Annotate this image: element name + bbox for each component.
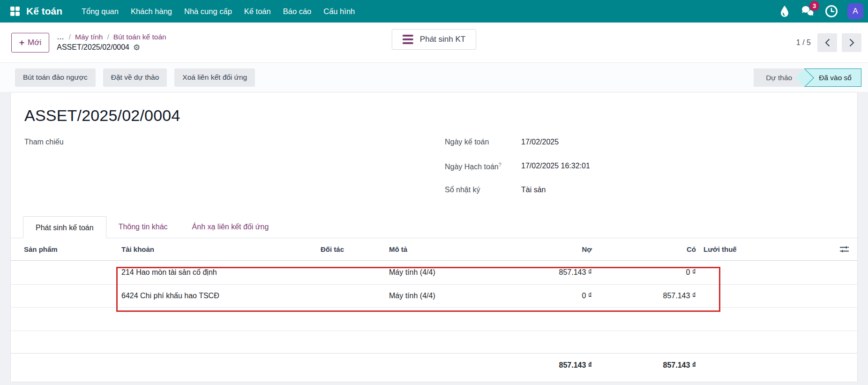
field-value-ngay-hach-toan[interactable]: 17/02/2025 16:32:01	[521, 162, 590, 170]
avatar[interactable]: A	[847, 3, 863, 19]
control-panel: + Mới … / Máy tính / Bút toán kế toán AS…	[0, 23, 868, 63]
cell-account[interactable]: 6424 Chi phí khấu hao TSCĐ	[118, 292, 317, 300]
cell-debit[interactable]: 857.143 ₫	[498, 268, 596, 277]
field-label-tham-chieu: Tham chiếu	[24, 138, 101, 146]
nav-item-cau-hinh[interactable]: Cấu hình	[317, 0, 361, 23]
field-group: Tham chiếu Ngày kế toán 17/02/2025 Ngày …	[24, 138, 844, 210]
col-header-tai-khoan[interactable]: Tài khoản	[118, 245, 317, 253]
new-button-label: Mới	[28, 38, 41, 47]
record-title: ASSET/2025/02/0004	[24, 106, 857, 125]
breadcrumb-ellipsis[interactable]: …	[57, 33, 65, 41]
chat-icon[interactable]: 3	[799, 2, 817, 21]
tab-anh-xa-lien-ket-doi-ung[interactable]: Ánh xạ liên kết đối ứng	[180, 216, 281, 238]
optional-columns-button[interactable]	[756, 245, 857, 253]
cell-debit[interactable]: 0 ₫	[498, 292, 596, 300]
message-count-badge: 3	[809, 1, 819, 11]
table-spacer	[11, 331, 857, 353]
breadcrumb-link-may-tinh[interactable]: Máy tính	[75, 33, 103, 41]
total-credit: 857.143 ₫	[596, 361, 700, 370]
col-header-luoi-thue[interactable]: Lưới thuế	[700, 245, 756, 253]
droplet-icon[interactable]	[775, 2, 794, 21]
field-label-ngay-hach-toan: Ngày Hạch toán?	[445, 162, 521, 171]
hamburger-icon	[403, 35, 413, 44]
col-header-no[interactable]: Nợ	[498, 245, 596, 253]
total-debit: 857.143 ₫	[498, 361, 596, 370]
nav-item-ke-toan[interactable]: Kế toán	[238, 0, 277, 23]
col-header-mo-ta[interactable]: Mô tả	[385, 245, 498, 253]
table-totals-row: 857.143 ₫ 857.143 ₫	[11, 353, 857, 377]
sliders-icon	[840, 245, 849, 253]
form-page: ASSET/2025/02/0004 Tham chiếu Ngày kế to…	[0, 92, 868, 385]
gear-icon[interactable]: ⚙	[133, 43, 140, 53]
cell-credit[interactable]: 857.143 ₫	[596, 292, 700, 300]
chevron-right-icon	[849, 38, 854, 47]
journal-items-button[interactable]: Phát sinh KT	[392, 29, 476, 50]
cell-description[interactable]: Máy tính (4/4)	[385, 292, 498, 300]
apps-grid-icon[interactable]	[10, 7, 20, 16]
pager-previous-button[interactable]	[817, 33, 837, 52]
top-navbar: Kế toán Tổng quan Khách hàng Nhà cung cấ…	[0, 0, 868, 23]
notebook-tabs: Phát sinh kế toán Thông tin khác Ánh xạ …	[11, 216, 857, 238]
journal-items-button-label: Phát sinh KT	[420, 35, 465, 44]
table-row[interactable]: 6424 Chi phí khấu hao TSCĐ Máy tính (4/4…	[11, 285, 857, 308]
reset-to-draft-button[interactable]: Đặt về dự thảo	[103, 68, 167, 87]
form-sheet: ASSET/2025/02/0004 Tham chiếu Ngày kế to…	[10, 92, 858, 382]
breadcrumb-separator: /	[69, 33, 71, 41]
breadcrumb-current: ASSET/2025/02/0004	[57, 43, 129, 52]
nav-item-tong-quan[interactable]: Tổng quan	[75, 0, 125, 23]
cell-credit[interactable]: 0 ₫	[596, 268, 700, 277]
breadcrumb-link-but-toan[interactable]: Bút toán kế toán	[113, 33, 166, 41]
field-value-ngay-ke-toan[interactable]: 17/02/2025	[521, 138, 559, 146]
breadcrumb: … / Máy tính / Bút toán kế toán ASSET/20…	[57, 33, 166, 53]
form-statusbar: Bút toán đảo ngược Đặt về dự thảo Xoá li…	[0, 63, 868, 92]
status-step-posted[interactable]: Đã vào sổ	[804, 68, 861, 87]
pager-counter: 1 / 5	[796, 38, 811, 47]
pager-next-button[interactable]	[842, 33, 861, 52]
tab-thong-tin-khac[interactable]: Thông tin khác	[106, 216, 180, 238]
tab-phat-sinh-ke-toan[interactable]: Phát sinh kế toán	[23, 216, 106, 238]
nav-item-bao-cao[interactable]: Báo cáo	[277, 0, 318, 23]
nav-item-nha-cung-cap[interactable]: Nhà cung cấp	[178, 0, 238, 23]
pager: 1 / 5	[796, 33, 861, 52]
field-label-so-nhat-ky: Sổ nhật ký	[445, 186, 521, 194]
nav-item-khach-hang[interactable]: Khách hàng	[125, 0, 178, 23]
remove-counterpart-link-button[interactable]: Xoá liên kết đối ứng	[174, 68, 255, 87]
breadcrumb-separator: /	[107, 33, 109, 41]
navbar-systray: 3 A	[775, 2, 863, 21]
reverse-entry-button[interactable]: Bút toán đảo ngược	[15, 68, 96, 87]
cell-account[interactable]: 214 Hao mòn tài sản cố định	[118, 268, 317, 277]
chevron-left-icon	[825, 38, 830, 47]
col-header-co[interactable]: Có	[596, 245, 700, 253]
table-row[interactable]: 214 Hao mòn tài sản cố định Máy tính (4/…	[11, 261, 857, 285]
app-name[interactable]: Kế toán	[26, 6, 62, 17]
cell-description[interactable]: Máy tính (4/4)	[385, 268, 498, 277]
help-tooltip-icon[interactable]: ?	[499, 162, 501, 167]
plus-icon: +	[19, 38, 24, 47]
clock-icon[interactable]	[822, 2, 841, 21]
new-button[interactable]: + Mới	[11, 33, 49, 53]
table-row-empty[interactable]	[11, 308, 857, 331]
col-header-san-pham[interactable]: Sản phẩm	[11, 245, 118, 253]
field-value-so-nhat-ky[interactable]: Tài sản	[521, 186, 546, 194]
table-header-row: Sản phẩm Tài khoản Đối tác Mô tả Nợ Có L…	[11, 238, 857, 261]
status-step-posted-label: Đã vào sổ	[819, 74, 852, 82]
field-label-ngay-ke-toan: Ngày kế toán	[445, 138, 521, 146]
status-steps: Dự thảo Đã vào sổ	[754, 68, 861, 87]
col-header-doi-tac[interactable]: Đối tác	[317, 245, 385, 253]
